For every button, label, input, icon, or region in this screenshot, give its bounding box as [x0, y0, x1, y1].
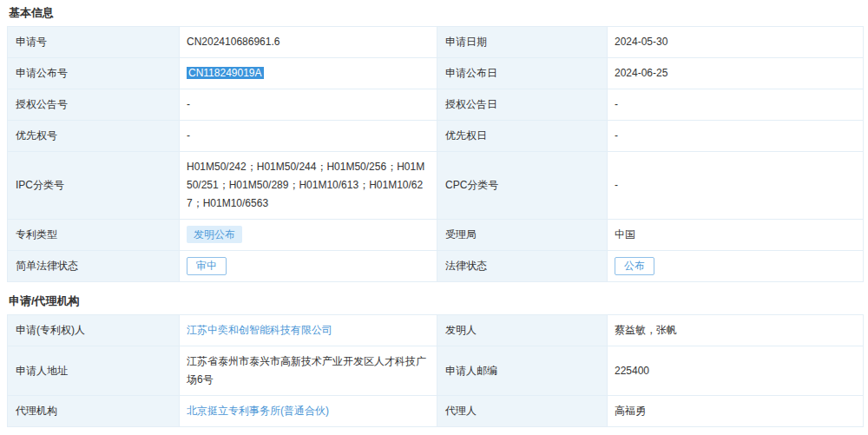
- applicant-link[interactable]: 江苏中奕和创智能科技有限公司: [187, 324, 332, 336]
- label-inventor: 发明人: [437, 315, 608, 346]
- simple-legal-status-tag: 审中: [187, 257, 227, 275]
- patent-detail-screen: { "colors": { "accent_blue": "#4a96d6", …: [0, 0, 868, 435]
- value-cpc: -: [608, 152, 864, 220]
- value-accepting-office: 中国: [608, 220, 864, 251]
- table-row: 授权公告号 - 授权公告日 -: [8, 89, 864, 121]
- value-applicant-postcode: 225400: [608, 346, 864, 396]
- label-legal-status: 法律状态: [437, 251, 608, 282]
- table-row: 申请(专利权)人 江苏中奕和创智能科技有限公司 发明人 蔡益敏，张帆: [8, 315, 864, 346]
- label-agent: 代理人: [437, 396, 608, 427]
- legal-status-tag: 公布: [615, 257, 654, 275]
- agency-link[interactable]: 北京挺立专利事务所(普通合伙): [187, 405, 329, 417]
- value-publication-no: CN118249019A: [180, 58, 437, 89]
- value-application-date: 2024-05-30: [608, 27, 864, 58]
- value-agent: 高福勇: [608, 396, 864, 427]
- table-row: 简单法律状态 审中 法律状态 公布: [8, 251, 864, 282]
- value-grant-date: -: [608, 89, 864, 121]
- section-title-basic-info: 基本信息: [7, 6, 868, 26]
- table-row: 优先权号 - 优先权日 -: [8, 121, 864, 152]
- label-simple-legal-status: 简单法律状态: [8, 251, 180, 282]
- label-publication-no: 申请公布号: [8, 58, 180, 89]
- value-agency: 北京挺立专利事务所(普通合伙): [180, 396, 437, 427]
- label-accepting-office: 受理局: [437, 220, 608, 251]
- value-grant-no: -: [180, 89, 437, 121]
- value-inventor: 蔡益敏，张帆: [608, 315, 864, 346]
- value-publication-date: 2024-06-25: [608, 58, 864, 89]
- value-ipc: H01M50/242；H01M50/244；H01M50/256；H01M50/…: [180, 152, 437, 220]
- value-application-no: CN202410686961.6: [180, 27, 437, 58]
- label-application-no: 申请号: [8, 27, 180, 58]
- table-row: 申请公布号 CN118249019A 申请公布日 2024-06-25: [8, 58, 864, 89]
- table-row: 专利类型 发明公布 受理局 中国: [8, 220, 864, 251]
- value-priority-date: -: [608, 121, 864, 152]
- label-ipc: IPC分类号: [8, 152, 180, 220]
- patent-detail-page: 基本信息 申请号 CN202410686961.6 申请日期 2024-05-3…: [0, 0, 868, 427]
- label-cpc: CPC分类号: [437, 152, 608, 220]
- section-title-agency: 申请/代理机构: [7, 282, 868, 314]
- patent-type-tag: 发明公布: [187, 226, 242, 243]
- value-legal-status: 公布: [608, 251, 864, 282]
- label-agency: 代理机构: [8, 396, 180, 427]
- agency-info-table: 申请(专利权)人 江苏中奕和创智能科技有限公司 发明人 蔡益敏，张帆 申请人地址…: [7, 314, 864, 427]
- table-row: IPC分类号 H01M50/242；H01M50/244；H01M50/256；…: [8, 152, 864, 220]
- label-applicant-postcode: 申请人邮编: [437, 346, 608, 396]
- table-row: 申请号 CN202410686961.6 申请日期 2024-05-30: [8, 27, 864, 58]
- value-patent-type: 发明公布: [180, 220, 437, 251]
- label-application-date: 申请日期: [437, 27, 608, 58]
- value-applicant-address: 江苏省泰州市泰兴市高新技术产业开发区人才科技广场6号: [180, 346, 437, 396]
- basic-info-table: 申请号 CN202410686961.6 申请日期 2024-05-30 申请公…: [7, 26, 864, 282]
- label-priority-no: 优先权号: [8, 121, 180, 152]
- label-grant-date: 授权公告日: [437, 89, 608, 121]
- label-applicant: 申请(专利权)人: [8, 315, 180, 346]
- value-simple-legal-status: 审中: [180, 251, 437, 282]
- label-grant-no: 授权公告号: [8, 89, 180, 121]
- value-priority-no: -: [180, 121, 437, 152]
- selected-publication-no: CN118249019A: [187, 67, 264, 79]
- label-applicant-address: 申请人地址: [8, 346, 180, 396]
- table-row: 申请人地址 江苏省泰州市泰兴市高新技术产业开发区人才科技广场6号 申请人邮编 2…: [8, 346, 864, 396]
- label-priority-date: 优先权日: [437, 121, 608, 152]
- label-publication-date: 申请公布日: [437, 58, 608, 89]
- value-applicant: 江苏中奕和创智能科技有限公司: [180, 315, 437, 346]
- table-row: 代理机构 北京挺立专利事务所(普通合伙) 代理人 高福勇: [8, 396, 864, 427]
- label-patent-type: 专利类型: [8, 220, 180, 251]
